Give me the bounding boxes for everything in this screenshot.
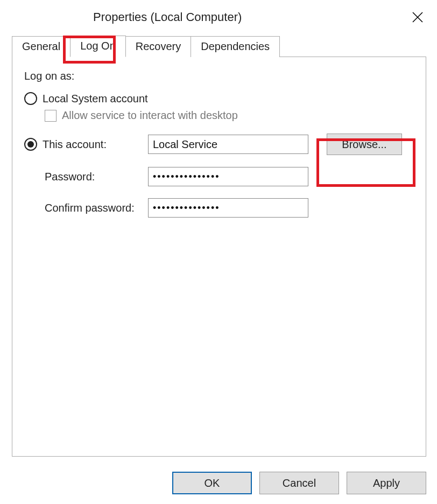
radio-this-account[interactable] <box>24 138 37 151</box>
close-icon <box>412 11 424 23</box>
logon-as-label: Log on as: <box>24 70 414 82</box>
tab-general[interactable]: General <box>12 36 71 57</box>
tab-recovery[interactable]: Recovery <box>125 36 191 57</box>
account-name-input[interactable] <box>148 135 308 154</box>
tab-bar: General Log On Recovery Dependencies <box>12 34 426 57</box>
local-system-label: Local System account <box>43 92 148 105</box>
confirm-password-input[interactable] <box>148 198 308 218</box>
close-button[interactable] <box>408 8 427 27</box>
browse-button[interactable]: Browse... <box>327 134 402 155</box>
logon-panel: Log on as: Local System account Allow se… <box>12 57 426 457</box>
tab-dependencies[interactable]: Dependencies <box>191 36 280 57</box>
checkbox-interact-desktop <box>45 110 57 122</box>
confirm-password-label: Confirm password: <box>24 202 148 214</box>
cancel-button[interactable]: Cancel <box>259 472 339 494</box>
tab-log-on[interactable]: Log On <box>70 36 126 57</box>
radio-local-system[interactable] <box>24 92 37 105</box>
password-input[interactable] <box>148 167 308 186</box>
apply-button[interactable]: Apply <box>347 472 426 494</box>
titlebar: Properties (Local Computer) <box>0 0 437 34</box>
ok-button[interactable]: OK <box>172 472 252 494</box>
window-title: Properties (Local Computer) <box>93 10 242 24</box>
interact-desktop-label: Allow service to interact with desktop <box>62 109 238 122</box>
this-account-label: This account: <box>43 138 107 151</box>
dialog-button-bar: OK Cancel Apply <box>172 472 426 494</box>
password-label: Password: <box>24 171 148 183</box>
